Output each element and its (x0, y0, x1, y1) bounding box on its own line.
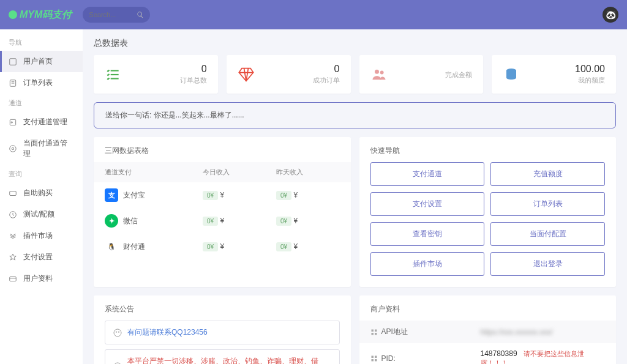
sidebar-item-orders[interactable]: 订单列表 (0, 72, 83, 94)
card-title: 商户资料 (359, 295, 617, 321)
sidebar-item-selfbuy[interactable]: 自助购买 (0, 182, 83, 204)
quicknav-button[interactable]: 退出登录 (490, 252, 605, 276)
sidebar-item-test[interactable]: 测试/配额 (0, 204, 83, 225)
sidebar-item-plugins[interactable]: 插件市场 (0, 225, 83, 247)
wechat-icon: ✦ (105, 214, 118, 228)
tip-bar: 送给你一句话: 你还是...笑起来...最棒了...... (94, 102, 616, 128)
svg-point-16 (380, 70, 383, 74)
svg-point-20 (118, 332, 119, 332)
stat-card-balance: 100.00我的额度 (492, 55, 616, 94)
alipay-icon: 支 (105, 188, 118, 202)
sidebar-category: 查询 (0, 165, 83, 182)
table-row: 🐧财付通 0¥ ¥ 0¥ ¥ (94, 234, 351, 259)
quicknav-button[interactable]: 支付设置 (370, 192, 485, 216)
card-title: 快速导航 (359, 137, 617, 162)
sidebar-category: 通道 (0, 94, 83, 111)
svg-point-15 (375, 69, 379, 73)
search-input[interactable] (89, 11, 133, 18)
sidebar-item-f2fchannel[interactable]: 当面付通道管理 (0, 133, 83, 165)
info-row: API地址https://xxx.xxxxxx.xxx/ (359, 321, 617, 343)
stat-card-total: 0订单总数 (94, 55, 218, 94)
quicknav-card: 快速导航 支付通道充值额度支付设置订单列表查看密钥当面付配置插件市场退出登录 (359, 137, 617, 287)
info-row: PID:148780389请不要把这些信息泄露！！！ (359, 343, 617, 364)
svg-rect-10 (10, 277, 17, 281)
svg-rect-33 (375, 333, 377, 335)
svg-rect-35 (375, 356, 377, 358)
svg-rect-8 (10, 191, 17, 195)
sidebar-item-paychannel[interactable]: 支付通道管理 (0, 111, 83, 133)
svg-point-18 (114, 329, 121, 336)
card-title: 三网数据表格 (94, 137, 351, 162)
main-content: 总数据表 0订单总数 0成功订单 完成金额 100.00我的额度 送给你一句话:… (83, 29, 627, 364)
quicknav-button[interactable]: 订单列表 (490, 192, 605, 216)
announce-item: 有问题请联系QQ123456 (105, 321, 340, 344)
database-icon (503, 66, 520, 83)
stat-card-amount: 完成金额 (359, 55, 484, 94)
search-icon (137, 11, 144, 18)
page-title: 总数据表 (94, 38, 616, 49)
sidebar-item-home[interactable]: 用户首页 (0, 51, 83, 72)
announce-card: 系统公告 有问题请联系QQ123456本平台严禁一切涉移、涉赌、政治、钓鱼、诈骗… (94, 295, 351, 364)
card-title: 系统公告 (94, 295, 351, 321)
svg-rect-30 (371, 329, 374, 332)
list-icon (105, 66, 122, 83)
topbar: MYM码支付 🐼 (0, 0, 627, 29)
payment-table-card: 三网数据表格 通道支付 今日收入 昨天收入 支支付宝 0¥ ¥ 0¥ ¥ ✦微信… (94, 137, 351, 287)
quicknav-button[interactable]: 当面付配置 (490, 222, 605, 246)
search-box[interactable] (83, 7, 150, 23)
avatar[interactable]: 🐼 (603, 7, 618, 23)
table-row: ✦微信 0¥ ¥ 0¥ ¥ (94, 208, 351, 234)
svg-rect-0 (10, 58, 17, 65)
svg-point-5 (11, 121, 12, 122)
diamond-icon (238, 66, 255, 83)
sidebar-item-profile[interactable]: 用户资料 (0, 268, 83, 289)
svg-rect-31 (375, 329, 377, 332)
quicknav-button[interactable]: 支付通道 (370, 162, 485, 186)
stat-card-success: 0成功订单 (227, 55, 351, 94)
quicknav-button[interactable]: 查看密钥 (370, 222, 485, 246)
svg-rect-36 (371, 359, 374, 362)
svg-point-19 (116, 332, 116, 332)
announce-item: 本平台严禁一切涉移、涉赌、政治、钓鱼、诈骗、理财、借贷、封建迷信等非法网站接入使… (105, 349, 340, 364)
sidebar-category: 导航 (0, 33, 83, 51)
svg-rect-34 (371, 356, 374, 358)
svg-point-6 (10, 146, 16, 152)
sidebar: 导航 用户首页 订单列表 通道 支付通道管理 当面付通道管理 查询 自助购买 测… (0, 29, 83, 364)
quicknav-button[interactable]: 充值额度 (490, 162, 605, 186)
qq-icon: 🐧 (105, 240, 118, 253)
svg-rect-32 (371, 333, 374, 335)
users-icon (370, 66, 388, 83)
table-row: 支支付宝 0¥ ¥ 0¥ ¥ (94, 182, 351, 208)
svg-rect-37 (375, 359, 377, 362)
sidebar-item-paysettings[interactable]: 支付设置 (0, 247, 83, 268)
logo: MYM码支付 (9, 9, 72, 21)
svg-point-7 (12, 147, 13, 149)
table-header: 通道支付 今日收入 昨天收入 (94, 162, 351, 182)
stats-row: 0订单总数 0成功订单 完成金额 100.00我的额度 (94, 55, 616, 94)
merchant-card: 商户资料 API地址https://xxx.xxxxxx.xxx/PID:148… (359, 295, 617, 364)
quicknav-button[interactable]: 插件市场 (370, 252, 485, 276)
